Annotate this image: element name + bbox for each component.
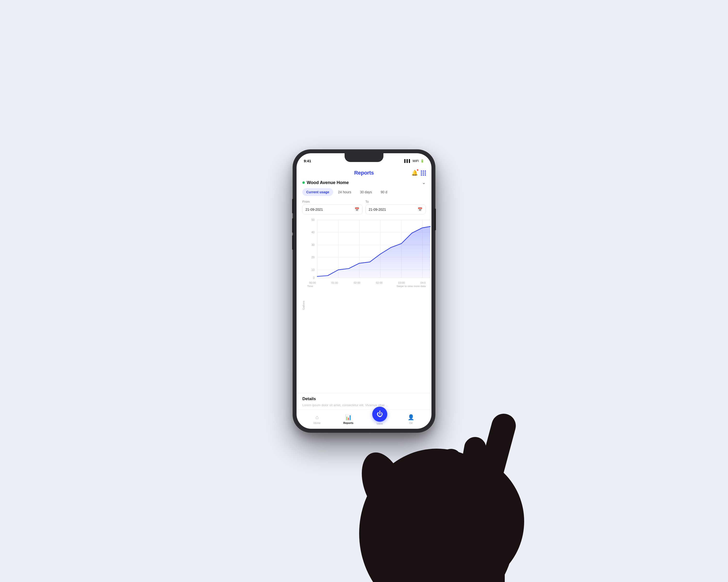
x-label-4: 02:00 <box>376 281 383 284</box>
svg-point-18 <box>359 449 515 582</box>
nav-item-home[interactable]: ⌂ Home <box>302 414 333 424</box>
svg-point-19 <box>354 446 413 524</box>
svg-text:0: 0 <box>313 276 315 280</box>
nav-valve-label: Valve <box>376 422 383 425</box>
page-title: Reports <box>354 170 374 176</box>
location-status-dot <box>302 182 305 184</box>
app-content: Reports 🔔 <box>296 166 432 429</box>
wifi-icon: WiFi <box>413 159 419 163</box>
scene: 9:41 ▌▌▌ WiFi 🔋 Reports 🔔 <box>218 24 510 558</box>
nav-item-reports[interactable]: 📊 Reports <box>333 414 364 424</box>
date-from-value: 21-09-2021 <box>306 207 323 212</box>
date-from-field: From 21-09-2021 📅 <box>302 200 363 214</box>
chart-footer: Time Swipe to view more data <box>298 284 427 288</box>
x-label-2: 01:00 <box>332 281 338 284</box>
chart-wrap: Gallons <box>298 217 427 393</box>
status-time: 9:41 <box>304 159 311 163</box>
x-label-6: 04:0 <box>420 281 426 284</box>
svg-rect-23 <box>419 458 438 519</box>
svg-text:20: 20 <box>311 256 315 259</box>
calendar-to-icon: 📅 <box>418 207 422 212</box>
svg-text:40: 40 <box>311 231 315 234</box>
nav-device-label: De <box>409 421 413 424</box>
usage-chart: 50 40 30 20 10 0 <box>305 217 432 280</box>
date-from-input[interactable]: 21-09-2021 📅 <box>302 204 363 214</box>
y-axis-label: Gallons <box>302 301 305 310</box>
tab-90-days[interactable]: 90 d <box>376 188 391 196</box>
details-title: Details <box>302 396 426 401</box>
chevron-down-icon: ⌄ <box>422 180 426 185</box>
chart-container: Gallons <box>296 217 432 393</box>
svg-text:50: 50 <box>311 218 315 222</box>
device-icon: 👤 <box>408 414 414 420</box>
x-label-1: 00:00 <box>309 281 316 284</box>
signal-icon: ▌▌▌ <box>404 159 411 163</box>
svg-rect-22 <box>436 448 462 517</box>
date-from-label: From <box>302 200 363 203</box>
date-to-label: To <box>365 200 426 203</box>
location-selector[interactable]: Wood Avenue Home ⌄ <box>296 178 432 188</box>
screen: 9:41 ▌▌▌ WiFi 🔋 Reports 🔔 <box>296 153 432 429</box>
x-label-5: 03:00 <box>398 281 405 284</box>
home-icon: ⌂ <box>315 414 319 420</box>
valve-fab-button[interactable]: ⏻ <box>372 407 387 422</box>
notch <box>345 153 383 162</box>
header: Reports 🔔 <box>296 166 432 178</box>
nav-item-device[interactable]: 👤 De <box>395 414 426 424</box>
header-icons: 🔔 <box>411 170 426 176</box>
svg-rect-21 <box>453 435 488 511</box>
tab-30-days[interactable]: 30 days <box>356 188 375 196</box>
svg-point-24 <box>388 453 524 582</box>
x-axis-labels: 00:00 01:00 02:00 02:00 03:00 04:0 <box>307 281 427 284</box>
x-label-3: 02:00 <box>354 281 360 284</box>
tab-24-hours[interactable]: 24 hours <box>334 188 355 196</box>
svg-rect-25 <box>398 558 505 582</box>
power-icon: ⏻ <box>376 410 383 418</box>
location-name: Wood Avenue Home <box>307 180 420 185</box>
nav-reports-label: Reports <box>343 421 354 424</box>
svg-text:30: 30 <box>311 243 315 247</box>
status-icons: ▌▌▌ WiFi 🔋 <box>404 159 424 163</box>
svg-text:10: 10 <box>311 268 315 272</box>
date-to-value: 21-09-2021 <box>369 207 386 212</box>
nav-home-label: Home <box>314 421 320 424</box>
calendar-from-icon: 📅 <box>355 207 359 212</box>
tabs-container: Current usage 24 hours 30 days 90 d <box>296 188 432 199</box>
date-to-input[interactable]: 21-09-2021 📅 <box>365 204 426 214</box>
tab-current-usage[interactable]: Current usage <box>302 188 333 196</box>
phone: 9:41 ▌▌▌ WiFi 🔋 Reports 🔔 <box>294 150 434 432</box>
notification-bell[interactable]: 🔔 <box>411 170 418 176</box>
details-section: Details Lorem ipsum dolor sit amet, cons… <box>296 393 432 410</box>
date-to-field: To 21-09-2021 📅 <box>365 200 426 214</box>
nav-item-valve[interactable]: ⏻ Valve <box>364 413 395 425</box>
details-text: Lorem ipsum dolor sit amet, consectetur … <box>302 403 426 408</box>
notification-badge <box>417 169 419 171</box>
time-axis-label: Time <box>307 285 313 287</box>
bottom-nav: ⌂ Home 📊 Reports ⏻ Valve <box>296 409 432 429</box>
battery-icon: 🔋 <box>420 159 424 163</box>
date-range: From 21-09-2021 📅 To 21-09-2021 📅 <box>296 199 432 217</box>
reports-icon: 📊 <box>345 414 352 420</box>
menu-icon[interactable] <box>421 170 426 175</box>
swipe-hint: Swipe to view more data <box>396 285 426 287</box>
svg-rect-20 <box>473 411 519 499</box>
